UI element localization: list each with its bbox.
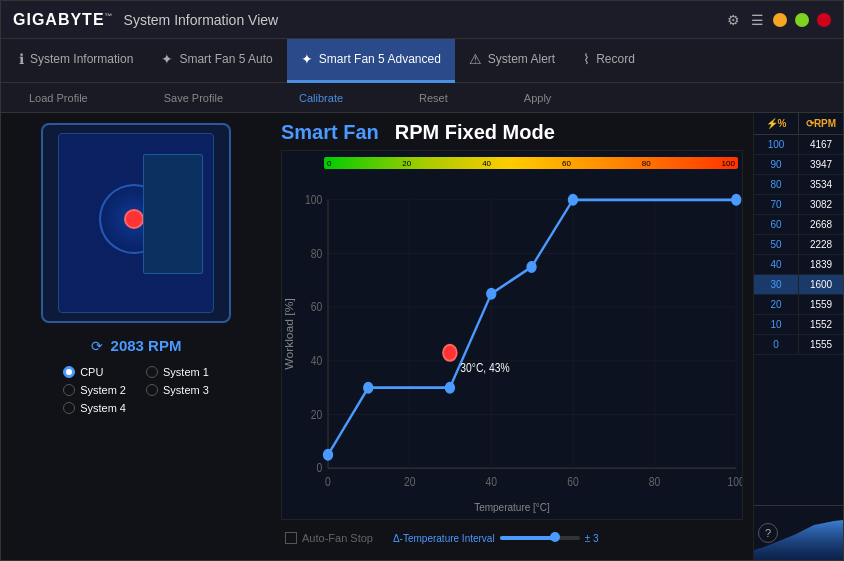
svg-point-31 <box>443 345 457 361</box>
fan-option-system2[interactable]: System 2 <box>63 384 126 396</box>
bottom-chart: ? <box>754 505 843 560</box>
auto-fan-stop-control[interactable]: Auto-Fan Stop <box>285 532 373 544</box>
svg-point-29 <box>568 194 577 205</box>
tab-smart-fan-5-auto-label: Smart Fan 5 Auto <box>179 52 272 66</box>
rpm-cell-pct-9: 10 <box>754 315 799 334</box>
load-profile-button[interactable]: Load Profile <box>21 88 96 108</box>
temp-label-100: 100 <box>722 159 735 168</box>
rpm-cell-val-3: 3082 <box>799 195 843 214</box>
fan-option-system3[interactable]: System 3 <box>146 384 209 396</box>
svg-text:80: 80 <box>649 475 661 488</box>
rpm-cell-pct-3: 70 <box>754 195 799 214</box>
fan-auto-icon: ✦ <box>161 51 173 67</box>
list-icon[interactable]: ☰ <box>749 12 765 28</box>
svg-text:80: 80 <box>311 247 323 260</box>
rpm-row-4[interactable]: 602668 <box>754 215 843 235</box>
temp-label-80: 80 <box>642 159 651 168</box>
pc-case-inner <box>58 133 214 313</box>
rpm-header-rpm: ⟳ RPM <box>799 113 843 134</box>
rpm-row-10[interactable]: 01555 <box>754 335 843 355</box>
tab-smart-fan-5-auto[interactable]: ✦ Smart Fan 5 Auto <box>147 39 286 83</box>
tab-system-information[interactable]: ℹ System Information <box>5 39 147 83</box>
tab-record-label: Record <box>596 52 635 66</box>
chart-title-smart: Smart Fan <box>281 121 379 144</box>
tab-record[interactable]: ⌇ Record <box>569 39 649 83</box>
tab-system-alert-label: System Alert <box>488 52 555 66</box>
save-profile-button[interactable]: Save Profile <box>156 88 231 108</box>
close-button[interactable] <box>817 13 831 27</box>
fan-label-cpu: CPU <box>80 366 103 378</box>
chart-title-mode: RPM Fixed Mode <box>395 121 555 144</box>
fan-label-system2: System 2 <box>80 384 126 396</box>
rpm-row-7[interactable]: 301600 <box>754 275 843 295</box>
svg-point-28 <box>527 262 536 273</box>
radio-system2[interactable] <box>63 384 75 396</box>
temp-interval-slider[interactable] <box>500 536 580 540</box>
rpm-row-8[interactable]: 201559 <box>754 295 843 315</box>
svg-text:20: 20 <box>311 408 323 421</box>
rpm-cell-val-6: 1839 <box>799 255 843 274</box>
svg-point-30 <box>732 194 741 205</box>
rpm-cell-pct-5: 50 <box>754 235 799 254</box>
chart-svg: 0 20 40 60 80 100 0 20 40 60 80 100 <box>282 173 742 495</box>
rpm-header-icon: ⟳ <box>806 118 814 129</box>
temp-interval-control: Δ-Temperature Interval ± 3 <box>393 533 599 544</box>
auto-fan-stop-checkbox[interactable] <box>285 532 297 544</box>
svg-text:100: 100 <box>305 193 322 206</box>
rpm-row-5[interactable]: 502228 <box>754 235 843 255</box>
radio-system4[interactable] <box>63 402 75 414</box>
tab-smart-fan-5-advanced-label: Smart Fan 5 Advanced <box>319 52 441 66</box>
fan-option-system4[interactable]: System 4 <box>63 402 126 414</box>
minimize-button[interactable] <box>773 13 787 27</box>
chart-area[interactable]: 0 20 40 60 80 100 <box>281 150 743 520</box>
tab-system-alert[interactable]: ⚠ System Alert <box>455 39 569 83</box>
rpm-row-2[interactable]: 803534 <box>754 175 843 195</box>
svg-point-27 <box>487 288 496 299</box>
question-button[interactable]: ? <box>758 523 778 543</box>
svg-text:100: 100 <box>728 475 742 488</box>
svg-text:0: 0 <box>316 461 322 474</box>
rpm-cell-pct-0: 100 <box>754 135 799 154</box>
rpm-row-1[interactable]: 903947 <box>754 155 843 175</box>
svg-text:60: 60 <box>567 475 579 488</box>
fan-label-system4: System 4 <box>80 402 126 414</box>
svg-point-25 <box>364 382 373 393</box>
svg-text:Workload [%]: Workload [%] <box>284 298 295 370</box>
temp-bar-labels: 0 20 40 60 80 100 <box>324 157 738 169</box>
radio-system1[interactable] <box>146 366 158 378</box>
svg-text:40: 40 <box>311 354 323 367</box>
slider-thumb[interactable] <box>550 532 560 542</box>
reset-button[interactable]: Reset <box>411 88 456 108</box>
fan-option-cpu[interactable]: CPU <box>63 366 126 378</box>
fan-center <box>124 209 144 229</box>
apply-button[interactable]: Apply <box>516 88 560 108</box>
radio-system3[interactable] <box>146 384 158 396</box>
brand-name: GIGABYTE™ <box>13 11 114 29</box>
rpm-row-6[interactable]: 401839 <box>754 255 843 275</box>
rpm-cell-pct-2: 80 <box>754 175 799 194</box>
rpm-cell-val-0: 4167 <box>799 135 843 154</box>
temp-label-20: 20 <box>402 159 411 168</box>
rpm-cell-val-7: 1600 <box>799 275 843 294</box>
record-icon: ⌇ <box>583 51 590 67</box>
rpm-row-0[interactable]: 1004167 <box>754 135 843 155</box>
fan-option-system1[interactable]: System 1 <box>146 366 209 378</box>
settings-icon[interactable]: ⚙ <box>725 12 741 28</box>
rpm-cell-val-8: 1559 <box>799 295 843 314</box>
tab-smart-fan-5-advanced[interactable]: ✦ Smart Fan 5 Advanced <box>287 39 455 83</box>
rpm-row-9[interactable]: 101552 <box>754 315 843 335</box>
svg-text:30°C, 43%: 30°C, 43% <box>460 361 510 374</box>
rpm-header-pct: ⚡ % <box>754 113 799 134</box>
svg-point-24 <box>323 449 332 460</box>
rpm-row-3[interactable]: 703082 <box>754 195 843 215</box>
motherboard <box>143 154 203 274</box>
calibrate-button[interactable]: Calibrate <box>291 88 351 108</box>
info-icon: ℹ <box>19 51 24 67</box>
rpm-cell-pct-8: 20 <box>754 295 799 314</box>
right-panel: ⚡ % ⟳ RPM 100416790394780353470308260266… <box>753 113 843 560</box>
radio-cpu[interactable] <box>63 366 75 378</box>
fan-advanced-icon: ✦ <box>301 51 313 67</box>
maximize-button[interactable] <box>795 13 809 27</box>
rpm-cell-val-4: 2668 <box>799 215 843 234</box>
svg-text:20: 20 <box>404 475 416 488</box>
